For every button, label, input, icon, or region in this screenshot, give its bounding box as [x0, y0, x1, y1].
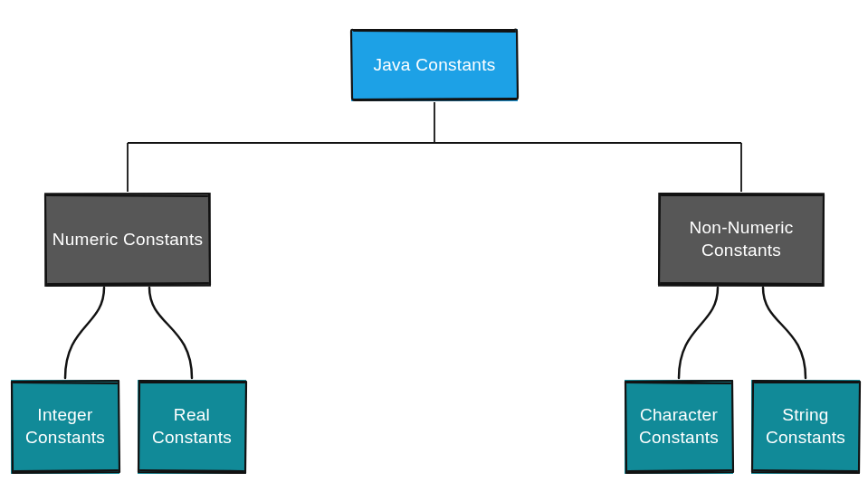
node-string-label: String Constants	[766, 404, 845, 449]
node-real-label: Real Constants	[152, 404, 232, 449]
node-root-label: Java Constants	[373, 54, 495, 77]
node-real: Real Constants	[138, 380, 246, 474]
node-nonnumeric-label: Non-Numeric Constants	[689, 217, 793, 261]
node-integer-label: Integer Constants	[25, 404, 105, 449]
node-integer: Integer Constants	[11, 380, 119, 474]
node-root: Java Constants	[351, 29, 518, 101]
node-numeric: Numeric Constants	[44, 193, 211, 287]
node-character-label: Character Constants	[639, 404, 719, 449]
node-nonnumeric: Non-Numeric Constants	[658, 193, 825, 287]
node-numeric-label: Numeric Constants	[52, 229, 204, 251]
node-string: String Constants	[751, 380, 860, 474]
node-character: Character Constants	[625, 380, 733, 474]
